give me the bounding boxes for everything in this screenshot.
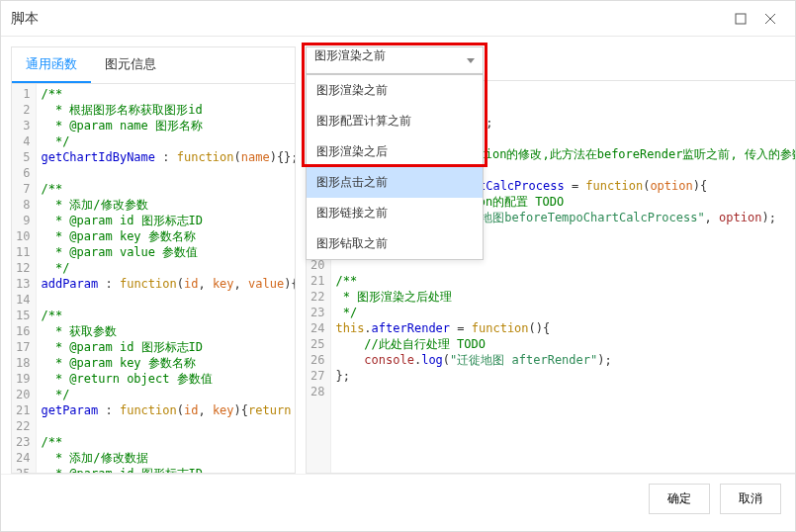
dropdown-option[interactable]: 图形钻取之前 bbox=[307, 228, 483, 259]
svg-rect-0 bbox=[736, 14, 746, 24]
maximize-button[interactable] bbox=[726, 4, 755, 34]
dropdown-option[interactable]: 图形链接之前 bbox=[307, 198, 483, 228]
left-code-editor[interactable]: 1 2 3 4 5 6 7 8 9 10 11 12 13 14 15 16 1… bbox=[12, 84, 295, 473]
dropdown-option[interactable]: 图形渲染之后 bbox=[307, 136, 483, 167]
ok-button[interactable]: 确定 bbox=[649, 484, 710, 514]
dropdown-option[interactable]: 图形点击之前 bbox=[307, 167, 483, 198]
footer: 确定 取消 bbox=[1, 474, 795, 523]
tab-general-functions[interactable]: 通用函数 bbox=[12, 47, 91, 83]
dropdown-option[interactable]: 图形配置计算之前 bbox=[307, 106, 483, 136]
script-hook-dropdown[interactable]: 图形渲染之前图形配置计算之前图形渲染之后图形点击之前图形链接之前图形钻取之前 bbox=[306, 74, 484, 260]
dropdown-option[interactable]: 图形渲染之前 bbox=[307, 75, 483, 106]
titlebar: 脚本 bbox=[1, 1, 795, 37]
left-tabs: 通用函数 图元信息 bbox=[12, 47, 295, 84]
window-title: 脚本 bbox=[11, 10, 726, 28]
content: 通用函数 图元信息 1 2 3 4 5 6 7 8 9 10 11 12 13 … bbox=[1, 37, 795, 474]
script-hook-select[interactable]: 图形渲染之前 bbox=[306, 46, 484, 74]
left-code[interactable]: /** * 根据图形名称获取图形id * @param name 图形名称 */… bbox=[37, 84, 295, 473]
script-hook-select-wrap: 图形渲染之前 图形渲染之前图形配置计算之前图形渲染之后图形点击之前图形链接之前图… bbox=[306, 46, 484, 74]
left-gutter: 1 2 3 4 5 6 7 8 9 10 11 12 13 14 15 16 1… bbox=[12, 84, 37, 473]
close-button[interactable] bbox=[755, 4, 785, 34]
cancel-button[interactable]: 取消 bbox=[720, 484, 781, 514]
right-panel: 图形渲染之前 图形渲染之前图形配置计算之前图形渲染之后图形点击之前图形链接之前图… bbox=[306, 46, 796, 474]
left-panel: 通用函数 图元信息 1 2 3 4 5 6 7 8 9 10 11 12 13 … bbox=[11, 46, 296, 474]
tab-meta-info[interactable]: 图元信息 bbox=[91, 47, 170, 83]
